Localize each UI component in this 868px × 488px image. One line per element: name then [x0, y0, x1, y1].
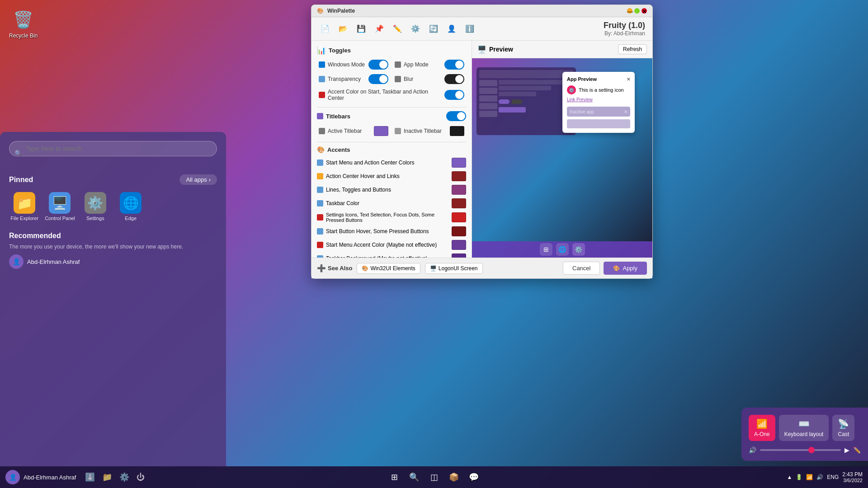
- keyboard-layout-button[interactable]: ⌨️ Keyboard layout: [779, 415, 829, 441]
- toggles-icon: 📊: [317, 46, 326, 55]
- titlebars-icon: [317, 113, 323, 119]
- tray-volume: 🔊: [816, 474, 823, 480]
- app-preview-popup: App Preview ✕ ⚙️ This is a setting icon …: [562, 72, 635, 133]
- titlebars-toggle[interactable]: [446, 111, 466, 121]
- popup-title-bar: App Preview ✕: [567, 76, 630, 82]
- preview-icon: 🖥️: [477, 45, 486, 54]
- accents-header: 🎨 Accents: [317, 146, 466, 153]
- toolbar-edit-button[interactable]: ✏️: [389, 22, 406, 36]
- popup-input-field[interactable]: [567, 119, 630, 128]
- pen-icon[interactable]: ✏️: [853, 446, 861, 454]
- close-button[interactable]: ✕: [642, 8, 647, 14]
- popup-close-button[interactable]: ✕: [627, 77, 630, 82]
- transparency-toggle[interactable]: [368, 74, 388, 84]
- winpalette-body: 📊 Toggles Windows Mode App Mode: [311, 41, 652, 258]
- winpalette-title: WinPalette: [327, 8, 355, 14]
- a-one-button[interactable]: 📶 A-One: [749, 415, 775, 441]
- taskbar-settings-icon[interactable]: ⚙️: [119, 472, 129, 482]
- accent-4-color[interactable]: [452, 212, 466, 222]
- teams-button[interactable]: 💬: [466, 469, 482, 485]
- toolbar-refresh-button[interactable]: 🔄: [425, 22, 442, 36]
- desktop: 🗑️ Recycle Bin 🔍 Pinned All apps › 📁 Fil…: [0, 0, 868, 488]
- accent-0-color[interactable]: [452, 158, 466, 168]
- preview-panel: 🖥️ Preview Refresh: [472, 41, 652, 258]
- inactive-titlebar-color[interactable]: [450, 126, 464, 136]
- windows-mode-icon: [319, 61, 325, 68]
- recycle-bin-icon: 🗑️: [13, 9, 34, 31]
- app-settings[interactable]: ⚙️ Settings: [80, 192, 111, 221]
- tray-clock[interactable]: 2:43 PM 3/6/2022: [842, 471, 863, 483]
- windows-mode-toggle[interactable]: [368, 60, 388, 70]
- accent-1-icon: [317, 173, 323, 179]
- cast-label: Cast: [838, 431, 849, 437]
- toolbar-open-button[interactable]: 📂: [335, 22, 351, 36]
- task-view-button[interactable]: ◫: [426, 469, 442, 485]
- start-menu-footer: 👤 Abd-Elrhman Ashraf: [9, 250, 217, 269]
- settings-panel: 📊 Toggles Windows Mode App Mode: [311, 41, 472, 258]
- taskbar-power-icon[interactable]: ⏻: [137, 473, 145, 482]
- app-control-panel[interactable]: 🖥️ Control Panel: [44, 192, 75, 221]
- accent-0-label: Start Menu and Action Center Colors: [326, 160, 449, 166]
- taskbar-download-icon[interactable]: ⬇️: [85, 472, 95, 482]
- accent-6-color[interactable]: [452, 240, 466, 250]
- cast-button[interactable]: 📡 Cast: [832, 415, 854, 441]
- preview-tb-active[interactable]: ⚙️: [572, 243, 585, 256]
- preview-tb-start[interactable]: ⊞: [540, 243, 552, 256]
- refresh-button[interactable]: Refresh: [618, 44, 647, 54]
- taskbar-search-button[interactable]: 🔍: [406, 469, 422, 485]
- app-mode-toggle[interactable]: [444, 60, 464, 70]
- app-mode-icon: [395, 61, 401, 68]
- minimize-button[interactable]: —: [627, 8, 632, 14]
- volume-slider[interactable]: [760, 449, 841, 451]
- accent-1-color[interactable]: [452, 171, 466, 181]
- accent-row-2: Lines, Toggles and Buttons: [317, 183, 466, 197]
- popup-setting-text: This is a setting icon: [579, 87, 624, 93]
- start-menu-avatar[interactable]: 👤: [9, 254, 24, 269]
- accent-7-color[interactable]: [452, 253, 466, 258]
- media-widget: 📶 A-One ⌨️ Keyboard layout 📡 Cast 🔊 ▶ ✏️: [741, 408, 868, 461]
- accent-2-color[interactable]: [452, 185, 466, 195]
- toggles-title: Toggles: [329, 47, 351, 54]
- toolbar-info-button[interactable]: ℹ️: [462, 22, 478, 36]
- toolbar-profile-button[interactable]: 👤: [443, 22, 460, 36]
- taskbar-folder-icon[interactable]: 📁: [102, 472, 112, 482]
- preview-sidebar-item-1: [479, 80, 497, 86]
- accent-3-color[interactable]: [452, 198, 466, 208]
- app-file-explorer[interactable]: 📁 File Explorer: [9, 192, 40, 221]
- toolbar-new-button[interactable]: 📄: [317, 22, 333, 36]
- active-titlebar-color[interactable]: [374, 126, 388, 136]
- apply-button[interactable]: 🎨 Apply: [604, 262, 647, 275]
- search-input[interactable]: [9, 141, 217, 156]
- cancel-button[interactable]: Cancel: [563, 262, 600, 275]
- keyboard-icon: ⌨️: [798, 418, 810, 429]
- widgets-button[interactable]: 📦: [446, 469, 462, 485]
- win32ui-button[interactable]: 🎨 Win32UI Elements: [357, 263, 420, 274]
- recycle-bin[interactable]: 🗑️ Recycle Bin: [9, 9, 38, 39]
- tray-chevron[interactable]: ▲: [787, 474, 792, 480]
- next-button[interactable]: ▶: [844, 446, 849, 454]
- edge-label: Edge: [125, 216, 137, 221]
- see-also-plus-icon: ➕: [317, 264, 326, 272]
- blur-icon: [395, 76, 401, 82]
- start-menu-username: Abd-Elrhman Ashraf: [27, 258, 80, 265]
- accent-color-label: Accent Color on Start, Taskbar and Actio…: [328, 89, 442, 101]
- maximize-button[interactable]: [634, 8, 640, 14]
- taskbar-user[interactable]: 👤 Abd-Elrhman Ashraf: [5, 470, 76, 484]
- toolbar-pin-button[interactable]: 📌: [371, 22, 387, 36]
- inactive-close-icon[interactable]: ✕: [624, 109, 627, 114]
- toolbar-save-button[interactable]: 💾: [353, 22, 369, 36]
- popup-link-preview[interactable]: Link Preview: [567, 97, 630, 102]
- logonui-button[interactable]: 🖥️ LogonUI Screen: [425, 263, 483, 274]
- accent-4-label: Settings Icons, Text Selection, Focus Do…: [326, 212, 449, 223]
- start-button[interactable]: ⊞: [386, 469, 402, 485]
- preview-tb-edge[interactable]: 🌐: [556, 243, 569, 256]
- inactive-titlebar-icon: [395, 128, 401, 134]
- accent-5-color[interactable]: [452, 226, 466, 236]
- blur-toggle[interactable]: [444, 74, 464, 84]
- control-panel-label: Control Panel: [45, 216, 75, 221]
- all-apps-button[interactable]: All apps ›: [179, 174, 217, 185]
- preview-main-bar-2: [499, 86, 551, 90]
- accent-color-toggle[interactable]: [444, 90, 464, 100]
- app-edge[interactable]: 🌐 Edge: [115, 192, 146, 221]
- toolbar-settings-button[interactable]: ⚙️: [407, 22, 424, 36]
